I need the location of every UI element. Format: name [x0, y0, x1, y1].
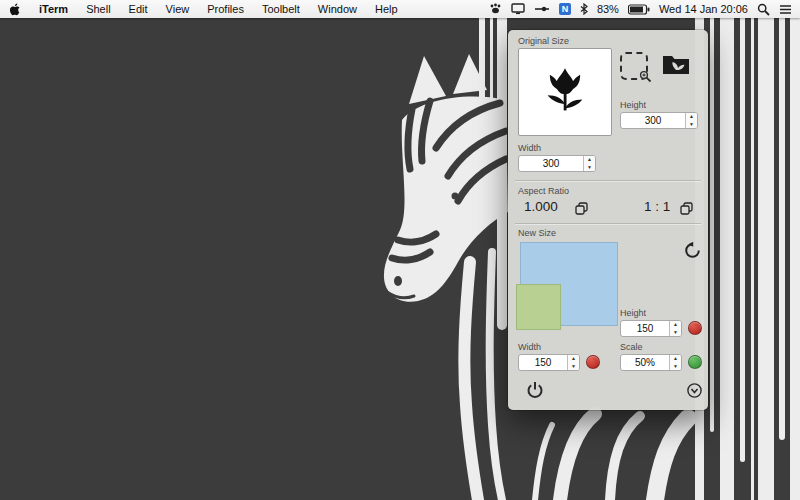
divider	[515, 223, 701, 224]
height-toggle-button[interactable]	[688, 321, 702, 335]
menu-bar-clock[interactable]: Wed 14 Jan 20:06	[659, 3, 748, 15]
menu-bar-status: N 83% Wed 14 Jan 20:06	[489, 3, 800, 16]
copy-icon	[575, 202, 588, 215]
menu-profiles[interactable]: Profiles	[198, 0, 253, 18]
new-width-value: 150	[519, 355, 567, 370]
magnifier-plus-icon	[639, 70, 652, 83]
original-width-value: 300	[519, 156, 583, 171]
original-width-label: Width	[518, 143, 541, 153]
apple-icon	[10, 3, 21, 16]
divider	[515, 180, 701, 181]
bluetooth-icon[interactable]	[580, 3, 588, 15]
desktop: iTerm Shell Edit View Profiles Toolbelt …	[0, 0, 800, 500]
new-height-stepper[interactable]: ▲▼	[669, 321, 681, 336]
folder-icon	[661, 52, 691, 77]
copy-ratio-decimal-button[interactable]	[575, 201, 588, 214]
paw-icon[interactable]	[489, 3, 502, 15]
scale-label: Scale	[620, 342, 643, 352]
original-width-stepper[interactable]: ▲▼	[583, 156, 595, 171]
ratio-fraction-value: 1 : 1	[644, 199, 670, 214]
menu-toolbelt[interactable]: Toolbelt	[253, 0, 309, 18]
scale-value: 50%	[621, 355, 669, 370]
capture-selection-button[interactable]	[620, 52, 648, 80]
menu-app-name[interactable]: iTerm	[30, 0, 77, 18]
width-toggle-button[interactable]	[586, 355, 600, 369]
original-image-preview[interactable]	[518, 48, 612, 136]
power-icon	[526, 381, 544, 399]
new-size-label: New Size	[518, 228, 556, 238]
scale-stepper[interactable]: ▲▼	[669, 355, 681, 370]
menu-window[interactable]: Window	[309, 0, 366, 18]
ratio-decimal-value: 1.000	[524, 199, 558, 214]
notification-center-icon[interactable]	[779, 4, 792, 15]
flower-icon	[539, 66, 591, 118]
new-height-field[interactable]: 150 ▲▼	[620, 320, 682, 337]
menu-shell[interactable]: Shell	[77, 0, 119, 18]
new-height-value: 150	[621, 321, 669, 336]
open-file-button[interactable]	[661, 52, 691, 81]
search-icon[interactable]	[757, 3, 770, 16]
power-button[interactable]	[526, 381, 544, 403]
menu-view[interactable]: View	[157, 0, 199, 18]
battery-percentage: 83%	[597, 3, 619, 15]
new-width-stepper[interactable]: ▲▼	[567, 355, 579, 370]
original-height-field[interactable]: 300 ▲▼	[620, 112, 698, 129]
undo-icon	[684, 242, 701, 259]
scale-toggle-button[interactable]	[688, 355, 702, 369]
original-width-field[interactable]: 300 ▲▼	[518, 155, 596, 172]
menu-edit[interactable]: Edit	[120, 0, 157, 18]
scale-field[interactable]: 50% ▲▼	[620, 354, 682, 371]
display-icon[interactable]	[511, 3, 525, 15]
scaled-size-preview	[516, 284, 561, 330]
chevron-down-circle-icon	[687, 383, 702, 398]
new-width-label: Width	[518, 342, 541, 352]
copy-icon	[680, 202, 693, 215]
menu-bar: iTerm Shell Edit View Profiles Toolbelt …	[0, 0, 800, 18]
menu-help[interactable]: Help	[366, 0, 407, 18]
battery-icon[interactable]	[628, 4, 650, 15]
original-height-stepper[interactable]: ▲▼	[685, 113, 697, 128]
resize-panel: Original Size	[508, 30, 708, 410]
original-height-label: Height	[620, 100, 646, 110]
apple-menu[interactable]	[0, 3, 30, 16]
expand-button[interactable]	[687, 383, 702, 402]
new-height-label: Height	[620, 308, 646, 318]
original-size-label: Original Size	[518, 36, 569, 46]
new-width-field[interactable]: 150 ▲▼	[518, 354, 580, 371]
original-height-value: 300	[621, 113, 685, 128]
volume-slider-icon[interactable]	[534, 4, 550, 14]
copy-ratio-fraction-button[interactable]	[680, 201, 693, 214]
aspect-ratio-label: Aspect Ratio	[518, 186, 569, 196]
reset-button[interactable]	[684, 242, 701, 263]
n-app-icon[interactable]: N	[559, 3, 571, 15]
